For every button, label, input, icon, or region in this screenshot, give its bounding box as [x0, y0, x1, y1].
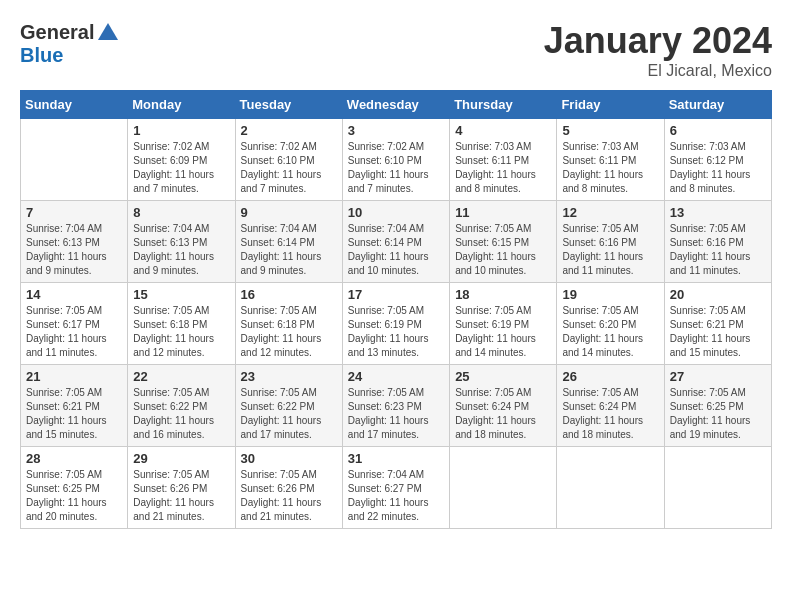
calendar-cell: 23Sunrise: 7:05 AM Sunset: 6:22 PM Dayli… — [235, 365, 342, 447]
day-number: 23 — [241, 369, 337, 384]
calendar-cell: 1Sunrise: 7:02 AM Sunset: 6:09 PM Daylig… — [128, 119, 235, 201]
calendar-cell: 24Sunrise: 7:05 AM Sunset: 6:23 PM Dayli… — [342, 365, 449, 447]
day-info: Sunrise: 7:05 AM Sunset: 6:16 PM Dayligh… — [670, 222, 766, 278]
day-info: Sunrise: 7:03 AM Sunset: 6:11 PM Dayligh… — [562, 140, 658, 196]
page-header: General Blue January 2024 El Jicaral, Me… — [20, 20, 772, 80]
day-info: Sunrise: 7:05 AM Sunset: 6:15 PM Dayligh… — [455, 222, 551, 278]
day-number: 10 — [348, 205, 444, 220]
day-number: 17 — [348, 287, 444, 302]
calendar-cell: 14Sunrise: 7:05 AM Sunset: 6:17 PM Dayli… — [21, 283, 128, 365]
day-number: 8 — [133, 205, 229, 220]
header-sunday: Sunday — [21, 91, 128, 119]
calendar-cell: 11Sunrise: 7:05 AM Sunset: 6:15 PM Dayli… — [450, 201, 557, 283]
day-info: Sunrise: 7:05 AM Sunset: 6:22 PM Dayligh… — [241, 386, 337, 442]
day-info: Sunrise: 7:04 AM Sunset: 6:13 PM Dayligh… — [26, 222, 122, 278]
header-wednesday: Wednesday — [342, 91, 449, 119]
calendar-cell: 20Sunrise: 7:05 AM Sunset: 6:21 PM Dayli… — [664, 283, 771, 365]
calendar-cell — [450, 447, 557, 529]
day-info: Sunrise: 7:02 AM Sunset: 6:09 PM Dayligh… — [133, 140, 229, 196]
day-number: 18 — [455, 287, 551, 302]
day-number: 20 — [670, 287, 766, 302]
calendar-cell — [664, 447, 771, 529]
day-number: 19 — [562, 287, 658, 302]
calendar-cell: 5Sunrise: 7:03 AM Sunset: 6:11 PM Daylig… — [557, 119, 664, 201]
calendar-cell: 31Sunrise: 7:04 AM Sunset: 6:27 PM Dayli… — [342, 447, 449, 529]
day-number: 7 — [26, 205, 122, 220]
calendar-cell: 2Sunrise: 7:02 AM Sunset: 6:10 PM Daylig… — [235, 119, 342, 201]
calendar-cell: 4Sunrise: 7:03 AM Sunset: 6:11 PM Daylig… — [450, 119, 557, 201]
header-monday: Monday — [128, 91, 235, 119]
calendar-cell: 18Sunrise: 7:05 AM Sunset: 6:19 PM Dayli… — [450, 283, 557, 365]
logo-blue: Blue — [20, 44, 63, 67]
calendar-cell: 26Sunrise: 7:05 AM Sunset: 6:24 PM Dayli… — [557, 365, 664, 447]
calendar-week-3: 14Sunrise: 7:05 AM Sunset: 6:17 PM Dayli… — [21, 283, 772, 365]
calendar-cell: 17Sunrise: 7:05 AM Sunset: 6:19 PM Dayli… — [342, 283, 449, 365]
day-number: 26 — [562, 369, 658, 384]
logo-general: General — [20, 21, 94, 44]
day-number: 31 — [348, 451, 444, 466]
day-number: 16 — [241, 287, 337, 302]
day-number: 12 — [562, 205, 658, 220]
day-info: Sunrise: 7:05 AM Sunset: 6:19 PM Dayligh… — [455, 304, 551, 360]
calendar-table: Sunday Monday Tuesday Wednesday Thursday… — [20, 90, 772, 529]
month-title: January 2024 — [544, 20, 772, 62]
day-number: 13 — [670, 205, 766, 220]
logo: General Blue — [20, 20, 120, 67]
day-info: Sunrise: 7:05 AM Sunset: 6:18 PM Dayligh… — [241, 304, 337, 360]
calendar-week-1: 1Sunrise: 7:02 AM Sunset: 6:09 PM Daylig… — [21, 119, 772, 201]
calendar-week-4: 21Sunrise: 7:05 AM Sunset: 6:21 PM Dayli… — [21, 365, 772, 447]
day-number: 15 — [133, 287, 229, 302]
day-number: 11 — [455, 205, 551, 220]
day-number: 28 — [26, 451, 122, 466]
day-number: 3 — [348, 123, 444, 138]
day-info: Sunrise: 7:05 AM Sunset: 6:21 PM Dayligh… — [26, 386, 122, 442]
calendar-cell — [21, 119, 128, 201]
calendar-cell: 8Sunrise: 7:04 AM Sunset: 6:13 PM Daylig… — [128, 201, 235, 283]
day-number: 4 — [455, 123, 551, 138]
day-info: Sunrise: 7:05 AM Sunset: 6:26 PM Dayligh… — [241, 468, 337, 524]
calendar-cell: 7Sunrise: 7:04 AM Sunset: 6:13 PM Daylig… — [21, 201, 128, 283]
day-info: Sunrise: 7:05 AM Sunset: 6:16 PM Dayligh… — [562, 222, 658, 278]
day-number: 22 — [133, 369, 229, 384]
day-info: Sunrise: 7:05 AM Sunset: 6:24 PM Dayligh… — [455, 386, 551, 442]
day-info: Sunrise: 7:04 AM Sunset: 6:27 PM Dayligh… — [348, 468, 444, 524]
day-number: 25 — [455, 369, 551, 384]
day-info: Sunrise: 7:04 AM Sunset: 6:14 PM Dayligh… — [348, 222, 444, 278]
calendar-cell: 10Sunrise: 7:04 AM Sunset: 6:14 PM Dayli… — [342, 201, 449, 283]
day-info: Sunrise: 7:05 AM Sunset: 6:25 PM Dayligh… — [26, 468, 122, 524]
day-number: 24 — [348, 369, 444, 384]
calendar-week-2: 7Sunrise: 7:04 AM Sunset: 6:13 PM Daylig… — [21, 201, 772, 283]
calendar-cell: 28Sunrise: 7:05 AM Sunset: 6:25 PM Dayli… — [21, 447, 128, 529]
day-info: Sunrise: 7:05 AM Sunset: 6:17 PM Dayligh… — [26, 304, 122, 360]
day-number: 2 — [241, 123, 337, 138]
day-info: Sunrise: 7:05 AM Sunset: 6:25 PM Dayligh… — [670, 386, 766, 442]
day-info: Sunrise: 7:04 AM Sunset: 6:13 PM Dayligh… — [133, 222, 229, 278]
calendar-cell: 16Sunrise: 7:05 AM Sunset: 6:18 PM Dayli… — [235, 283, 342, 365]
calendar-cell: 9Sunrise: 7:04 AM Sunset: 6:14 PM Daylig… — [235, 201, 342, 283]
header-thursday: Thursday — [450, 91, 557, 119]
calendar-cell: 27Sunrise: 7:05 AM Sunset: 6:25 PM Dayli… — [664, 365, 771, 447]
calendar-cell: 12Sunrise: 7:05 AM Sunset: 6:16 PM Dayli… — [557, 201, 664, 283]
svg-marker-0 — [98, 23, 118, 40]
calendar-cell: 29Sunrise: 7:05 AM Sunset: 6:26 PM Dayli… — [128, 447, 235, 529]
day-info: Sunrise: 7:03 AM Sunset: 6:11 PM Dayligh… — [455, 140, 551, 196]
day-info: Sunrise: 7:05 AM Sunset: 6:23 PM Dayligh… — [348, 386, 444, 442]
calendar-cell: 21Sunrise: 7:05 AM Sunset: 6:21 PM Dayli… — [21, 365, 128, 447]
day-number: 9 — [241, 205, 337, 220]
day-number: 29 — [133, 451, 229, 466]
day-number: 27 — [670, 369, 766, 384]
day-info: Sunrise: 7:03 AM Sunset: 6:12 PM Dayligh… — [670, 140, 766, 196]
day-number: 21 — [26, 369, 122, 384]
day-info: Sunrise: 7:05 AM Sunset: 6:21 PM Dayligh… — [670, 304, 766, 360]
location-title: El Jicaral, Mexico — [544, 62, 772, 80]
day-info: Sunrise: 7:05 AM Sunset: 6:24 PM Dayligh… — [562, 386, 658, 442]
day-number: 1 — [133, 123, 229, 138]
header-tuesday: Tuesday — [235, 91, 342, 119]
logo-icon — [96, 20, 120, 44]
day-info: Sunrise: 7:05 AM Sunset: 6:26 PM Dayligh… — [133, 468, 229, 524]
day-number: 14 — [26, 287, 122, 302]
calendar-cell: 15Sunrise: 7:05 AM Sunset: 6:18 PM Dayli… — [128, 283, 235, 365]
calendar-cell: 6Sunrise: 7:03 AM Sunset: 6:12 PM Daylig… — [664, 119, 771, 201]
calendar-cell: 3Sunrise: 7:02 AM Sunset: 6:10 PM Daylig… — [342, 119, 449, 201]
day-number: 30 — [241, 451, 337, 466]
